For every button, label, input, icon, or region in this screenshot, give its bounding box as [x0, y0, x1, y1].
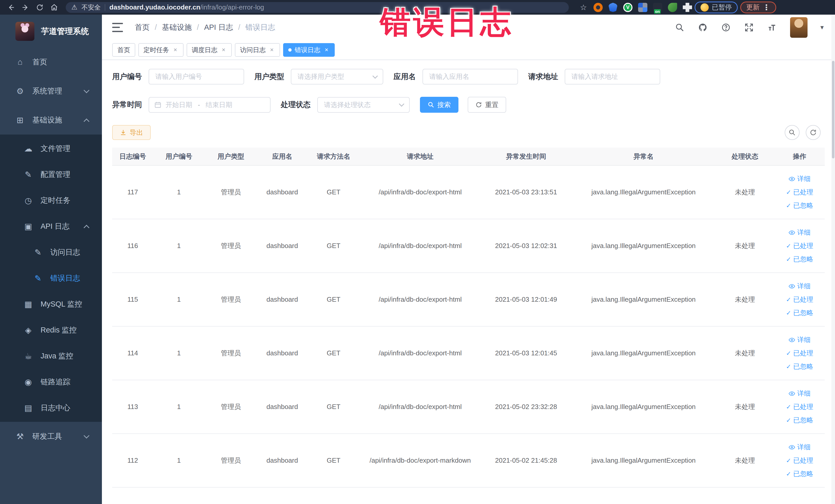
page-url[interactable]: dashboard.yudao.iocoder.cn/infra/log/api… [109, 3, 264, 11]
detail-link[interactable]: 详细 [789, 174, 811, 183]
sidebar-item[interactable]: ✎ 配置管理 [0, 161, 102, 187]
mark-ignored-link[interactable]: 已忽略 [786, 308, 813, 317]
detail-link[interactable]: 详细 [789, 228, 811, 237]
address-bar[interactable]: 不安全 dashboard.yudao.iocoder.cn/infra/log… [66, 2, 569, 13]
app-logo-row[interactable]: 芋道管理系统 [0, 15, 102, 47]
mark-processed-link[interactable]: 已处理 [786, 188, 813, 197]
request-url-input[interactable] [565, 69, 660, 84]
page-tab[interactable]: 访问日志 [235, 43, 280, 57]
extension-icon-grid[interactable] [638, 3, 647, 12]
cell-app-name: dashboard [257, 349, 307, 357]
mark-processed-link[interactable]: 已处理 [786, 241, 813, 250]
tab-close-icon[interactable] [323, 46, 330, 54]
filter-process-status: 处理状态 请选择处理状态 [281, 97, 410, 113]
scrollbar-thumb[interactable] [832, 61, 834, 158]
help-icon[interactable] [721, 22, 731, 33]
cell-request-url: /api/infra/db-doc/export-html [360, 242, 481, 250]
error-log-icon: ✎ [33, 274, 43, 283]
app-title: 芋道管理系统 [41, 26, 89, 37]
extension-icon-shield[interactable] [608, 3, 617, 12]
process-status-select[interactable]: 请选择处理状态 [317, 97, 410, 113]
breadcrumb-item[interactable]: 基础设施 [150, 22, 192, 33]
exception-time-range-picker[interactable]: 开始日期 - 结束日期 [149, 97, 270, 113]
avatar-caret-icon[interactable] [820, 23, 824, 31]
user-avatar[interactable] [790, 17, 808, 38]
sidebar-item[interactable]: ◉ 链路追踪 [0, 369, 102, 395]
cell-process-status: 未处理 [715, 349, 774, 358]
browser-reload-icon[interactable] [34, 2, 46, 13]
extension-icon-orange[interactable] [593, 3, 603, 12]
app-logo [15, 22, 34, 41]
cell-exception-time: 2021-05-03 12:01:45 [481, 349, 572, 357]
tab-close-icon[interactable] [269, 46, 275, 54]
bookmark-star-icon[interactable] [577, 2, 589, 13]
sidebar-item[interactable]: ⚒ 研发工具 [0, 422, 102, 451]
mark-ignored-link[interactable]: 已忽略 [786, 469, 813, 478]
app-name-input[interactable] [423, 69, 518, 84]
sidebar-item[interactable]: ◷ 定时任务 [0, 187, 102, 213]
page-tab[interactable]: 定时任务 [138, 43, 184, 57]
sidebar-item[interactable]: ⌂ 首页 [0, 47, 102, 77]
browser-menu-icon[interactable] [762, 3, 770, 12]
sidebar-item[interactable]: ☁ 文件管理 [0, 136, 102, 161]
font-size-icon[interactable] [767, 22, 777, 33]
mark-processed-link[interactable]: 已处理 [786, 349, 813, 358]
detail-link[interactable]: 详细 [789, 443, 811, 451]
toggle-search-button[interactable] [785, 125, 799, 140]
search-icon[interactable] [675, 22, 685, 33]
start-date-placeholder: 开始日期 [166, 100, 192, 109]
refresh-table-button[interactable] [806, 125, 821, 140]
browser-home-icon[interactable] [48, 2, 60, 13]
reset-button[interactable]: 重置 [468, 97, 506, 113]
mark-ignored-link[interactable]: 已忽略 [786, 416, 813, 425]
sidebar-item[interactable]: ▦ MySQL 监控 [0, 291, 102, 317]
extensions-puzzle-icon[interactable] [683, 3, 692, 12]
mark-ignored-link[interactable]: 已忽略 [786, 255, 813, 264]
browser-back-icon[interactable] [5, 2, 17, 13]
mark-ignored-link[interactable]: 已忽略 [786, 362, 813, 371]
search-button[interactable]: 搜索 [420, 97, 459, 113]
fullscreen-icon[interactable] [744, 22, 754, 33]
extension-icon-green-v[interactable]: V [623, 3, 632, 12]
extension-icon-switch-on[interactable] [653, 3, 662, 12]
github-icon[interactable] [698, 22, 708, 33]
sidebar-item[interactable]: ⊞ 基础设施 [0, 105, 102, 135]
update-badge[interactable]: 更新 [740, 2, 776, 13]
sidebar-item[interactable]: ☕ Java 监控 [0, 343, 102, 369]
sidebar-item[interactable]: ▤ 日志中心 [0, 395, 102, 421]
export-button[interactable]: 导出 [112, 125, 151, 140]
page-tab[interactable]: 错误日志 [283, 43, 335, 57]
detail-link[interactable]: 详细 [789, 282, 811, 291]
breadcrumb-item[interactable]: 首页 [135, 22, 150, 33]
page-scrollbar[interactable] [831, 15, 835, 504]
eye-icon [789, 337, 795, 343]
browser-forward-icon[interactable] [20, 2, 31, 13]
mark-ignored-link[interactable]: 已忽略 [786, 201, 813, 210]
sidebar-item[interactable]: ▣ API 日志 [0, 213, 102, 239]
table-column-header: 应用名 [257, 152, 307, 161]
mark-processed-link[interactable]: 已处理 [786, 295, 813, 304]
menu-fold-icon[interactable] [112, 23, 123, 32]
page-tab[interactable]: 首页 [112, 43, 135, 57]
table-row: 117 1 管理员 dashboard GET /api/infra/db-do… [112, 166, 825, 219]
filter-user-type: 用户类型 请选择用户类型 [254, 69, 383, 84]
extension-icon-leaf[interactable] [668, 3, 677, 12]
page-tab[interactable]: 调度日志 [187, 43, 232, 57]
user-id-input[interactable] [149, 69, 244, 84]
tab-close-icon[interactable] [221, 46, 227, 54]
sidebar-item[interactable]: ✎ 错误日志 [0, 265, 102, 291]
paused-badge[interactable]: 已暂停 [695, 2, 738, 13]
user-type-select[interactable]: 请选择用户类型 [291, 69, 383, 84]
tab-close-icon[interactable] [172, 46, 178, 54]
detail-link[interactable]: 详细 [789, 389, 811, 398]
sidebar-item[interactable]: ◈ Redis 监控 [0, 317, 102, 343]
breadcrumb-item[interactable]: 错误日志 [233, 22, 275, 33]
mark-processed-link[interactable]: 已处理 [786, 456, 813, 465]
cell-process-status: 未处理 [715, 295, 774, 304]
sidebar-item[interactable]: ⚙ 系统管理 [0, 77, 102, 105]
detail-link[interactable]: 详细 [789, 335, 811, 344]
breadcrumb-item[interactable]: API 日志 [192, 22, 233, 33]
sidebar-item[interactable]: ✎ 访问日志 [0, 239, 102, 265]
tab-label: 首页 [117, 46, 130, 54]
mark-processed-link[interactable]: 已处理 [786, 402, 813, 411]
